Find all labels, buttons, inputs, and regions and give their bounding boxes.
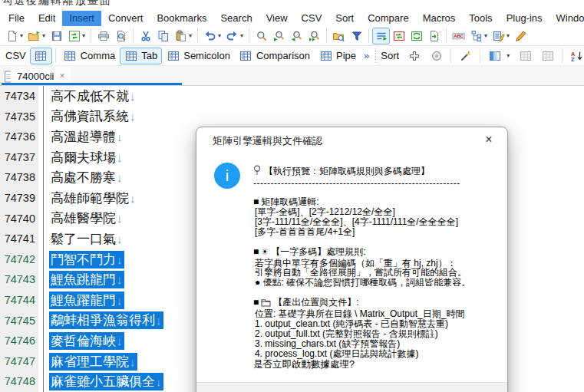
- menu-file[interactable]: File: [2, 11, 31, 26]
- cell[interactable]: 鯉魚躍龍門↓: [44, 292, 124, 309]
- row-number[interactable]: 74746: [0, 331, 38, 351]
- row-number[interactable]: 74734: [0, 86, 38, 107]
- cell[interactable]: 高溫超導體↓: [44, 128, 124, 146]
- tab-format-button[interactable]: Tab: [120, 48, 162, 64]
- cell[interactable]: 麻雀雖小五臟俱全↓: [44, 373, 163, 390]
- cell[interactable]: 高爾夫球場↓: [44, 149, 124, 166]
- comma-format-button[interactable]: Comma: [59, 48, 120, 64]
- find-button[interactable]: [252, 28, 270, 44]
- dropdown-caret-icon[interactable]: ▾: [82, 32, 85, 39]
- undo-button[interactable]: ▾: [201, 28, 223, 44]
- sort-az-ascending-button[interactable]: AZ: [566, 48, 584, 64]
- csv-mode-button[interactable]: [30, 48, 52, 64]
- find-previous-button[interactable]: [288, 28, 305, 44]
- cell[interactable]: 鬆了一口氣↓: [44, 230, 124, 248]
- dialog-close-button[interactable]: ×: [477, 130, 501, 149]
- cell[interactable]: 麥哲倫海峽↓: [44, 332, 124, 350]
- dropdown-caret-icon[interactable]: ▾: [218, 32, 221, 39]
- print-preview-button[interactable]: [112, 28, 130, 44]
- cell[interactable]: 鷸蚌相爭漁翁得利↓: [44, 311, 163, 329]
- goto-page-button[interactable]: [425, 28, 443, 44]
- column-layout-button[interactable]: ▾: [483, 48, 514, 64]
- table-row[interactable]: 74734高不成低不就↓: [0, 86, 584, 107]
- cell[interactable]: 高雄醫學院↓: [44, 209, 124, 227]
- menu-search[interactable]: Search: [213, 11, 259, 26]
- row-number[interactable]: 74735: [0, 107, 38, 127]
- redo-button[interactable]: ▾: [223, 28, 246, 44]
- find-next-button[interactable]: [270, 28, 288, 44]
- row-number[interactable]: 74736: [0, 127, 38, 147]
- sort-add-button[interactable]: [403, 48, 425, 64]
- row-number[interactable]: 74739: [0, 188, 38, 209]
- row-number[interactable]: 74745: [0, 311, 38, 331]
- menu-bookmarks[interactable]: Bookmarks: [150, 11, 213, 26]
- folder-open-icon: [261, 296, 271, 309]
- edit-hand-icon: [514, 29, 527, 42]
- cell[interactable]: 麻省理工學院↓: [44, 353, 137, 371]
- table-row[interactable]: 74735高佛資訊系統↓: [0, 107, 584, 127]
- menu-macros[interactable]: Macros: [416, 11, 463, 26]
- cell[interactable]: 鬥智不鬥力↓: [44, 251, 124, 268]
- copy-button[interactable]: [154, 28, 172, 44]
- tab-close-icon[interactable]: ×: [59, 71, 64, 81]
- open-file-button[interactable]: ▾: [25, 28, 48, 44]
- sort-disabled-button[interactable]: [425, 48, 447, 64]
- dialog-section-heading: ■ 矩陣取碼邏輯:: [253, 197, 500, 207]
- table-right-button[interactable]: [536, 48, 559, 64]
- row-number[interactable]: 74737: [0, 147, 38, 168]
- row-number[interactable]: 74742: [0, 249, 38, 270]
- menu-sort[interactable]: Sort: [328, 11, 361, 26]
- menu-edit[interactable]: Edit: [31, 11, 62, 26]
- cell[interactable]: 高處不勝寒↓: [44, 169, 124, 186]
- pipe-format-button[interactable]: Pipe: [315, 48, 361, 64]
- spellcheck-button[interactable]: ABC: [450, 28, 467, 44]
- row-number[interactable]: 74738: [0, 167, 38, 188]
- menu-window[interactable]: Window: [549, 11, 584, 26]
- menu-convert[interactable]: Convert: [101, 11, 150, 26]
- table-left-button[interactable]: [514, 48, 536, 64]
- row-number[interactable]: 74748: [0, 371, 38, 392]
- paste-button[interactable]: ▾: [172, 28, 194, 44]
- row-number[interactable]: 74747: [0, 351, 38, 372]
- filter-button[interactable]: [348, 28, 365, 44]
- edit-mode-button[interactable]: [512, 28, 530, 44]
- row-number[interactable]: 74740: [0, 209, 38, 229]
- find-in-files-button[interactable]: [330, 28, 348, 44]
- refresh-button[interactable]: ▾: [65, 28, 87, 44]
- autofit-button[interactable]: [454, 48, 477, 64]
- cell[interactable]: 鯉魚跳龍門↓: [44, 271, 124, 288]
- save-button[interactable]: [48, 28, 65, 44]
- sort-edit-button[interactable]: ▾: [490, 28, 512, 44]
- menu-csv[interactable]: CSV: [295, 11, 329, 26]
- menu-compare[interactable]: Compare: [361, 11, 415, 26]
- print-button[interactable]: [94, 28, 112, 44]
- overflow-chevron-icon[interactable]: »: [364, 50, 369, 61]
- semicolon-format-button[interactable]: Semicolon: [162, 48, 235, 64]
- menu-insert[interactable]: Insert: [62, 11, 101, 26]
- find-all-button[interactable]: [305, 28, 323, 44]
- menu-plugins[interactable]: Plug-ins: [500, 11, 549, 26]
- cell[interactable]: 高雄師範學院↓: [44, 189, 137, 207]
- menu-tools[interactable]: Tools: [462, 11, 499, 26]
- dropdown-caret-icon[interactable]: ▾: [20, 32, 23, 39]
- cell[interactable]: 高佛資訊系統↓: [44, 107, 137, 125]
- record-arrows-button[interactable]: [390, 28, 407, 44]
- dropdown-caret-icon[interactable]: ▾: [506, 32, 510, 39]
- comparison-format-button[interactable]: Comparison: [235, 48, 315, 64]
- dropdown-caret-icon[interactable]: ▾: [506, 52, 510, 59]
- refresh-table-button[interactable]: [407, 28, 425, 44]
- new-file-button[interactable]: ▾: [3, 28, 25, 44]
- row-number[interactable]: 74744: [0, 290, 38, 311]
- tree-view-button[interactable]: ▾: [467, 28, 490, 44]
- menu-view[interactable]: View: [259, 11, 295, 26]
- dropdown-caret-icon[interactable]: ▾: [189, 32, 192, 39]
- dropdown-caret-icon[interactable]: ▾: [240, 32, 243, 39]
- dropdown-caret-icon[interactable]: ▾: [484, 32, 487, 39]
- dropdown-caret-icon[interactable]: ▾: [42, 32, 45, 39]
- cell[interactable]: 高不成低不就↓: [44, 87, 137, 105]
- word-wrap-button[interactable]: [372, 28, 390, 44]
- row-number[interactable]: 74741: [0, 229, 38, 249]
- row-number[interactable]: 74743: [0, 269, 38, 290]
- confirm-dialog: 矩陣引擎邏輯與文件確認 × i 【執行預覽：矩陣取碼規則與多碼處理】 -----…: [196, 127, 508, 392]
- cut-button[interactable]: [137, 28, 154, 44]
